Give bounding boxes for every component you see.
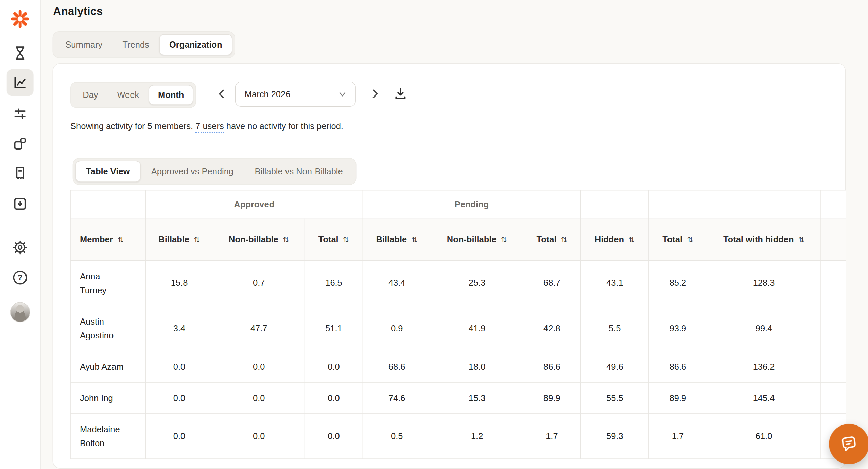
column-header[interactable]: Non-billable⇅ xyxy=(431,219,523,260)
activity-table: Approved Pending Member⇅Billable⇅Non-bil… xyxy=(70,190,846,459)
member-cell: Anna Turney xyxy=(71,261,145,306)
column-label: Member xyxy=(80,234,113,244)
value-cell: 55.5 xyxy=(581,382,649,414)
sidebar-item-help[interactable]: ? xyxy=(7,264,34,291)
group-blank xyxy=(71,190,145,219)
sidebar-item-analytics[interactable] xyxy=(7,69,34,96)
value-cell: 0.0 xyxy=(145,414,213,459)
svg-text:?: ? xyxy=(18,273,23,282)
column-label: Non-billable xyxy=(229,234,278,244)
value-cell: 1.7 xyxy=(523,414,580,459)
value-cell: 89.9 xyxy=(523,382,580,414)
value-cell: 1.2 xyxy=(431,414,523,459)
column-header[interactable]: Billable⇅ xyxy=(145,219,213,260)
column-label: Billable xyxy=(158,234,189,244)
value-cell: 68.6 xyxy=(363,351,431,382)
value-cell: 3.4 xyxy=(145,306,213,351)
member-name: Austin Agostino xyxy=(80,314,124,342)
column-header[interactable]: Hidden⇅ xyxy=(581,219,649,260)
group-header-row: Approved Pending xyxy=(71,190,846,219)
value-cell: 15.8 xyxy=(145,261,213,306)
user-avatar[interactable] xyxy=(7,299,34,326)
value-cell: 18.0 xyxy=(431,351,523,382)
value-cell: 47.7 xyxy=(213,306,305,351)
tab-trends[interactable]: Trends xyxy=(112,34,159,55)
value-cell: 51.1 xyxy=(305,306,363,351)
no-activity-users-link[interactable]: 7 users xyxy=(195,121,224,133)
period-day[interactable]: Day xyxy=(73,85,107,105)
chat-bubble-icon xyxy=(839,435,858,454)
activity-table-wrap[interactable]: Approved Pending Member⇅Billable⇅Non-bil… xyxy=(70,190,846,459)
table-row: John Ing0.00.00.074.615.389.955.589.9145… xyxy=(71,382,846,414)
sort-icon: ⇅ xyxy=(343,235,349,244)
view-billable-vs-nonbillable[interactable]: Billable vs Non-Billable xyxy=(244,161,353,182)
column-header[interactable]: Billable⇅ xyxy=(363,219,431,260)
avatar xyxy=(10,302,30,322)
sidebar-item-imports[interactable] xyxy=(7,190,34,217)
sliders-icon xyxy=(11,104,29,122)
import-box-icon xyxy=(11,195,29,213)
member-name: Madelaine Bolton xyxy=(80,422,124,450)
help-icon: ? xyxy=(11,269,29,287)
value-cell: 0.9 xyxy=(363,306,431,351)
value-cell: 61.0 xyxy=(707,414,821,459)
value-cell: 136.2 xyxy=(707,351,821,382)
column-header[interactable]: Member⇅ xyxy=(71,219,145,260)
app-logo[interactable] xyxy=(7,5,34,32)
value-cell: 0.0 xyxy=(213,351,305,382)
column-header-clipped xyxy=(821,219,846,260)
column-header[interactable]: Total with hidden⇅ xyxy=(707,219,821,260)
sort-icon: ⇅ xyxy=(411,235,418,244)
tab-organization[interactable]: Organization xyxy=(159,34,232,55)
next-period-button[interactable] xyxy=(367,86,383,102)
value-cell: 86.6 xyxy=(649,351,707,382)
column-header[interactable]: Non-billable⇅ xyxy=(213,219,305,260)
sidebar-item-settings[interactable] xyxy=(7,234,34,261)
sidebar-item-settings-sliders[interactable] xyxy=(7,100,34,127)
table-row: Austin Agostino3.447.751.10.941.942.85.5… xyxy=(71,306,846,351)
value-cell: 5.5 xyxy=(581,306,649,351)
value-cell-clipped xyxy=(821,306,846,351)
column-label: Non-billable xyxy=(447,234,497,244)
table-row: Anna Turney15.80.716.543.425.368.743.185… xyxy=(71,261,846,306)
member-name: Anna Turney xyxy=(80,269,124,297)
group-blank xyxy=(707,190,821,219)
sidebar-item-timesheets[interactable] xyxy=(7,40,34,67)
line-chart-icon xyxy=(11,74,29,92)
column-label: Billable xyxy=(376,234,407,244)
group-header-approved: Approved xyxy=(145,190,363,219)
sidebar: ? xyxy=(0,0,41,469)
chat-widget-button[interactable] xyxy=(829,424,868,464)
column-header[interactable]: Total⇅ xyxy=(649,219,707,260)
value-cell: 15.3 xyxy=(431,382,523,414)
sort-icon: ⇅ xyxy=(283,235,289,244)
view-approved-vs-pending[interactable]: Approved vs Pending xyxy=(141,161,244,182)
value-cell: 0.7 xyxy=(213,261,305,306)
value-cell-clipped xyxy=(821,351,846,382)
organization-panel: Day Week Month March 2026 xyxy=(52,63,846,469)
period-week[interactable]: Week xyxy=(108,85,149,105)
page-title: Analytics xyxy=(53,5,103,18)
widgets-icon xyxy=(11,135,29,153)
value-cell: 89.9 xyxy=(649,382,707,414)
view-table[interactable]: Table View xyxy=(75,161,141,182)
download-button[interactable] xyxy=(392,85,410,103)
sidebar-item-invoices[interactable] xyxy=(7,160,34,187)
tab-summary[interactable]: Summary xyxy=(55,34,112,55)
column-header[interactable]: Total⇅ xyxy=(523,219,580,260)
summary-suffix: have no activity for this period. xyxy=(224,121,343,131)
analytics-page: ? Analytics Summary Trends Organization … xyxy=(0,0,868,469)
value-cell: 0.0 xyxy=(305,382,363,414)
value-cell: 85.2 xyxy=(649,261,707,306)
period-month[interactable]: Month xyxy=(149,85,193,105)
value-cell: 43.1 xyxy=(581,261,649,306)
sidebar-item-widgets[interactable] xyxy=(7,130,34,157)
value-cell: 1.7 xyxy=(649,414,707,459)
value-cell: 16.5 xyxy=(305,261,363,306)
month-select[interactable]: March 2026 xyxy=(235,82,356,107)
value-cell: 68.7 xyxy=(523,261,580,306)
value-cell: 93.9 xyxy=(649,306,707,351)
previous-period-button[interactable] xyxy=(214,86,229,102)
column-header[interactable]: Total⇅ xyxy=(305,219,363,260)
sort-icon: ⇅ xyxy=(628,235,635,244)
